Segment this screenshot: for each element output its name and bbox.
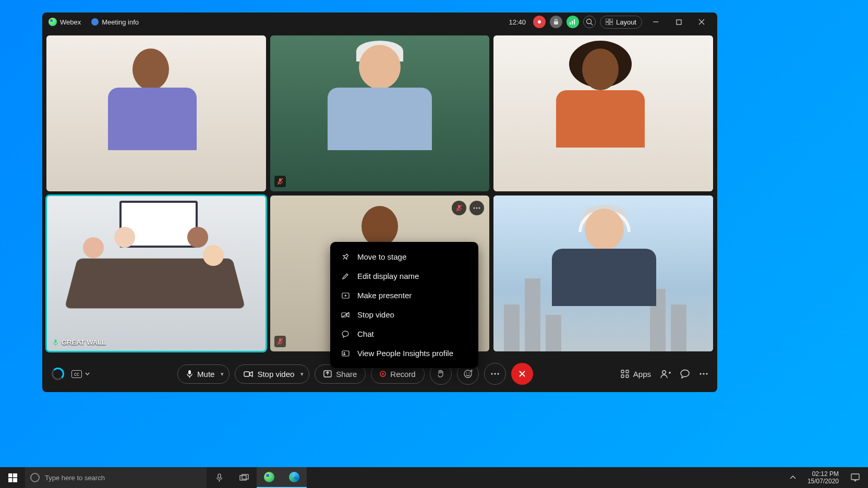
svg-rect-62: [13, 473, 17, 478]
tray-date: 15/07/2020: [807, 478, 839, 485]
emoji-icon: [463, 369, 473, 379]
maximize-button[interactable]: [669, 15, 688, 29]
svg-line-6: [590, 23, 593, 26]
participant-name: GREAT WALL: [62, 338, 106, 346]
close-button[interactable]: [692, 15, 711, 29]
pin-icon: [341, 253, 350, 261]
chevron-up-icon: [790, 475, 796, 480]
ellipsis-icon: [491, 373, 499, 375]
participant-tile[interactable]: [46, 35, 266, 191]
chat-icon: [680, 369, 690, 379]
svg-point-28: [479, 208, 480, 209]
notifications-icon: [851, 473, 860, 482]
svg-rect-9: [606, 22, 609, 25]
participant-tile-self[interactable]: GREAT WALL: [46, 196, 266, 351]
record-icon: [380, 371, 386, 377]
menu-item-label: Edit display name: [357, 272, 419, 280]
record-label: Record: [390, 370, 415, 379]
search-placeholder: Type here to search: [45, 474, 105, 482]
cc-icon: cc: [71, 370, 82, 378]
participants-panel-button[interactable]: [660, 370, 671, 379]
participant-tile[interactable]: [270, 35, 490, 191]
menu-chat[interactable]: Chat: [330, 324, 478, 344]
tray-overflow-button[interactable]: [786, 467, 800, 488]
svg-point-55: [662, 370, 666, 373]
zoom-icon[interactable]: [583, 16, 596, 28]
taskbar-app-edge[interactable]: [282, 467, 307, 488]
chat-panel-button[interactable]: [680, 369, 690, 379]
participant-tile[interactable]: [493, 35, 713, 191]
layout-button[interactable]: Layout: [600, 16, 642, 29]
menu-item-label: Make presenter: [357, 291, 412, 300]
mute-button[interactable]: Mute ▾: [177, 364, 230, 384]
recording-indicator-icon[interactable]: [533, 16, 546, 28]
svg-rect-69: [851, 474, 859, 480]
svg-point-5: [586, 19, 591, 24]
taskbar-search[interactable]: Type here to search: [25, 467, 207, 488]
mute-label: Mute: [197, 370, 214, 379]
menu-item-label: View People Insights profile: [357, 349, 453, 358]
end-call-button[interactable]: [511, 363, 533, 385]
svg-rect-38: [244, 372, 249, 376]
apps-label: Apps: [633, 370, 651, 379]
svg-marker-39: [250, 372, 252, 376]
menu-item-label: Stop video: [357, 310, 394, 319]
start-button[interactable]: [0, 467, 25, 488]
profile-icon: [341, 350, 350, 357]
network-quality-icon[interactable]: [566, 16, 579, 28]
tray-clock[interactable]: 02:12 PM 15/07/2020: [803, 470, 843, 485]
participant-tile[interactable]: [493, 196, 713, 351]
close-icon: [518, 370, 526, 378]
menu-stop-video[interactable]: Stop video: [330, 305, 478, 324]
task-view-icon: [239, 474, 249, 481]
notifications-button[interactable]: [846, 467, 864, 488]
svg-rect-8: [610, 19, 613, 21]
minimize-button[interactable]: [646, 15, 665, 29]
menu-item-label: Chat: [357, 330, 374, 338]
svg-rect-10: [610, 22, 613, 25]
svg-rect-34: [342, 351, 349, 356]
svg-rect-65: [218, 474, 221, 478]
assistant-icon[interactable]: [52, 368, 64, 380]
menu-view-profile[interactable]: View People Insights profile: [330, 344, 478, 363]
menu-make-presenter[interactable]: Make presenter: [330, 286, 478, 305]
svg-rect-63: [8, 478, 13, 482]
menu-move-to-stage[interactable]: Move to stage: [330, 247, 478, 266]
captions-button[interactable]: cc: [71, 370, 90, 378]
chevron-down-icon: [85, 372, 90, 375]
svg-rect-1: [554, 21, 558, 25]
mic-icon: [216, 473, 223, 482]
svg-point-26: [474, 208, 475, 209]
video-icon: [244, 371, 253, 377]
meeting-info-button[interactable]: Meeting info: [91, 18, 139, 26]
globe-icon: [91, 18, 99, 26]
svg-point-60: [706, 373, 707, 374]
lock-icon[interactable]: [550, 16, 562, 28]
pencil-icon: [341, 273, 350, 280]
meeting-clock: 12:40: [509, 18, 526, 26]
layout-label: Layout: [616, 18, 636, 26]
taskbar-app-webex[interactable]: [257, 467, 282, 488]
chevron-down-icon: ▾: [300, 371, 304, 377]
chat-icon: [341, 331, 350, 338]
tile-more-button[interactable]: [469, 201, 484, 215]
more-options-button[interactable]: [484, 363, 506, 385]
app-brand[interactable]: Webex: [49, 18, 81, 26]
taskbar-mic-button[interactable]: [207, 467, 232, 488]
muted-icon: [274, 336, 286, 347]
panel-more-button[interactable]: [700, 373, 708, 375]
mic-icon: [186, 370, 193, 379]
menu-edit-display-name[interactable]: Edit display name: [330, 266, 478, 286]
hand-icon: [437, 369, 444, 379]
apps-button[interactable]: Apps: [621, 370, 651, 379]
stop-video-button[interactable]: Stop video ▾: [235, 364, 309, 384]
task-view-button[interactable]: [232, 467, 257, 488]
cortana-icon: [30, 473, 40, 482]
muted-icon: [274, 176, 286, 187]
svg-rect-12: [677, 20, 681, 25]
tile-mute-button[interactable]: [452, 201, 466, 215]
tile-actions: [452, 201, 484, 215]
video-off-icon: [341, 312, 350, 318]
system-tray: 02:12 PM 15/07/2020: [786, 467, 868, 488]
tray-time: 02:12 PM: [807, 470, 839, 478]
